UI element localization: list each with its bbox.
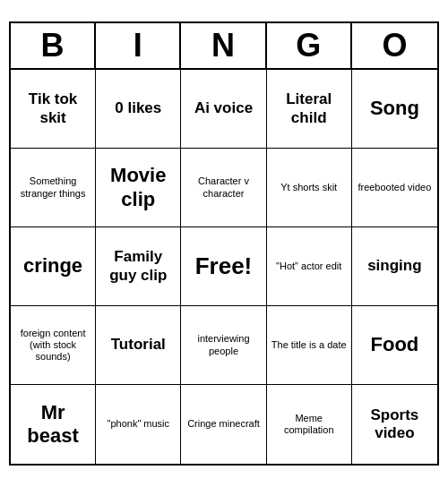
bingo-cell-3: Literal child [267,70,352,149]
bingo-cell-11: Family guy clip [96,227,181,306]
bingo-cell-7: Character v character [181,149,266,227]
bingo-cell-23: Meme compilation [267,385,352,464]
header-letter-g: G [267,23,352,68]
bingo-cell-2: Ai voice [181,70,266,149]
bingo-cell-13: "Hot" actor edit [267,227,352,306]
bingo-cell-text-13: "Hot" actor edit [276,261,341,272]
bingo-cell-19: Food [352,306,437,385]
bingo-cell-0: Tik tok skit [11,70,96,149]
bingo-cell-text-14: singing [367,257,421,275]
bingo-cell-text-18: The title is a date [271,339,347,351]
bingo-cell-text-21: "phonk" music [108,418,170,430]
bingo-cell-8: Yt shorts skit [267,149,352,227]
bingo-cell-text-4: Song [370,97,419,120]
bingo-cell-text-10: cringe [23,254,82,278]
bingo-cell-text-1: 0 likes [115,99,161,117]
header-letter-b: B [11,23,96,68]
bingo-cell-24: Sports video [352,385,437,464]
bingo-cell-21: "phonk" music [96,385,181,464]
bingo-cell-text-16: Tutorial [111,336,166,354]
bingo-cell-14: singing [352,227,437,306]
bingo-cell-text-6: Movie clip [99,164,177,211]
bingo-cell-text-9: freebooted video [358,182,431,193]
bingo-cell-5: Something stranger things [11,149,96,227]
bingo-cell-10: cringe [11,227,96,306]
bingo-header: BINGO [11,23,437,70]
bingo-cell-17: interviewing people [181,306,266,385]
bingo-cell-6: Movie clip [96,149,181,227]
bingo-cell-text-24: Sports video [356,406,434,443]
bingo-cell-18: The title is a date [267,306,352,385]
bingo-cell-20: Mr beast [11,385,96,464]
bingo-cell-text-19: Food [371,333,419,356]
bingo-cell-16: Tutorial [96,306,181,385]
bingo-cell-text-5: Something stranger things [14,175,91,199]
bingo-grid: Tik tok skit0 likesAi voiceLiteral child… [11,70,437,464]
bingo-cell-text-7: Character v character [185,175,262,199]
bingo-cell-text-0: Tik tok skit [14,90,91,127]
bingo-cell-4: Song [352,70,437,149]
bingo-cell-12: Free! [181,227,266,306]
bingo-cell-text-23: Meme compilation [271,413,348,436]
bingo-cell-text-20: Mr beast [14,401,91,449]
bingo-cell-15: foreign content (with stock sounds) [11,306,96,385]
bingo-cell-1: 0 likes [96,70,181,149]
bingo-cell-text-22: Cringe minecraft [187,418,260,430]
header-letter-i: I [96,23,181,68]
bingo-cell-text-15: foreign content (with stock sounds) [14,328,91,363]
bingo-cell-text-2: Ai voice [194,99,253,117]
bingo-cell-text-17: interviewing people [185,333,262,356]
bingo-card: BINGO Tik tok skit0 likesAi voiceLiteral… [9,21,439,466]
bingo-cell-text-11: Family guy clip [99,248,177,285]
header-letter-n: N [181,23,266,68]
header-letter-o: O [352,23,437,68]
bingo-cell-text-3: Literal child [271,90,348,127]
bingo-cell-text-12: Free! [195,252,253,280]
bingo-cell-22: Cringe minecraft [181,385,266,464]
bingo-cell-9: freebooted video [352,149,437,227]
bingo-cell-text-8: Yt shorts skit [280,182,337,193]
